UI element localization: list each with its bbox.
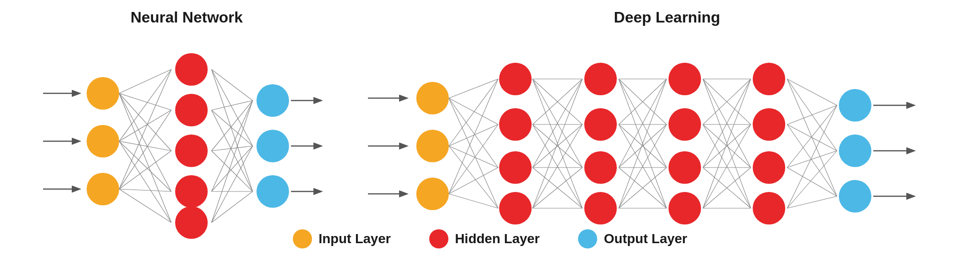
svg-line-9 <box>119 69 171 141</box>
legend-input-circle <box>293 229 312 248</box>
svg-line-8 <box>119 93 171 223</box>
legend-output-label: Output Layer <box>604 231 687 247</box>
svg-line-12 <box>119 141 171 191</box>
svg-line-50 <box>449 124 498 194</box>
dl-h4-node-2 <box>753 151 785 184</box>
dl-h1-node-3 <box>499 192 532 224</box>
svg-line-19 <box>212 69 253 101</box>
nn-input-node-1 <box>87 125 119 157</box>
dl-output-node-1 <box>839 135 871 167</box>
nn-hidden-node-1 <box>175 94 208 126</box>
svg-line-13 <box>119 141 171 223</box>
dl-h1-node-0 <box>499 63 532 95</box>
dl-output-node-2 <box>839 180 871 213</box>
legend: Input Layer Hidden Layer Output Layer <box>0 229 980 248</box>
neural-network-title: Neural Network <box>131 9 243 26</box>
dl-h3-node-2 <box>668 151 701 184</box>
dl-input-node-1 <box>416 130 449 162</box>
svg-line-42 <box>449 98 498 124</box>
svg-line-43 <box>449 98 498 168</box>
dl-h4-node-1 <box>753 108 785 141</box>
svg-line-4 <box>119 69 171 93</box>
dl-h2-node-0 <box>584 63 617 95</box>
svg-line-112 <box>787 196 837 208</box>
legend-output-circle <box>578 229 597 248</box>
deep-learning-diagram <box>358 31 976 242</box>
svg-line-101 <box>787 79 837 105</box>
nn-output-node-2 <box>256 175 289 208</box>
svg-line-10 <box>119 110 171 141</box>
svg-line-14 <box>119 69 171 189</box>
dl-output-node-0 <box>839 89 871 122</box>
dl-h2-node-3 <box>584 192 617 224</box>
svg-line-110 <box>787 105 837 208</box>
svg-line-20 <box>212 101 253 110</box>
svg-line-33 <box>212 191 253 223</box>
svg-line-30 <box>212 110 253 191</box>
svg-line-18 <box>119 189 171 223</box>
legend-output-layer: Output Layer <box>578 229 687 248</box>
legend-input-label: Input Layer <box>319 231 391 247</box>
legend-input-layer: Input Layer <box>293 229 391 248</box>
dl-h1-node-1 <box>499 108 532 141</box>
svg-line-41 <box>449 79 498 98</box>
dl-h3-node-0 <box>668 63 701 95</box>
nn-input-node-0 <box>87 77 119 110</box>
deep-learning-title: Deep Learning <box>614 9 720 26</box>
dl-h1-node-2 <box>499 151 532 184</box>
dl-input-node-2 <box>416 178 449 210</box>
dl-h2-node-2 <box>584 151 617 184</box>
svg-line-16 <box>119 151 171 189</box>
nn-output-node-0 <box>256 84 289 117</box>
svg-line-109 <box>787 168 837 196</box>
legend-hidden-circle <box>429 229 448 248</box>
svg-line-17 <box>119 189 171 191</box>
dl-h3-node-1 <box>668 108 701 141</box>
nn-hidden-node-2 <box>175 135 208 167</box>
neural-network-diagram <box>29 31 345 242</box>
nn-hidden-node-3 <box>175 175 208 208</box>
svg-line-49 <box>449 79 498 194</box>
svg-line-52 <box>449 194 498 208</box>
nn-hidden-node-0 <box>175 53 208 86</box>
dl-h2-node-1 <box>584 108 617 141</box>
nn-output-node-1 <box>256 130 289 162</box>
svg-line-105 <box>787 124 837 151</box>
dl-h4-node-3 <box>753 192 785 224</box>
dl-input-node-0 <box>416 82 449 114</box>
legend-hidden-label: Hidden Layer <box>455 231 540 247</box>
svg-line-25 <box>212 110 253 146</box>
nn-input-node-2 <box>87 173 119 205</box>
dl-h4-node-0 <box>753 63 785 95</box>
dl-h3-node-3 <box>668 192 701 224</box>
svg-line-26 <box>212 146 253 151</box>
svg-line-22 <box>212 101 253 191</box>
svg-line-23 <box>212 101 253 223</box>
svg-line-29 <box>212 69 253 191</box>
svg-line-106 <box>787 124 837 196</box>
legend-hidden-layer: Hidden Layer <box>429 229 540 248</box>
svg-line-51 <box>449 168 498 194</box>
svg-line-44 <box>449 98 498 208</box>
